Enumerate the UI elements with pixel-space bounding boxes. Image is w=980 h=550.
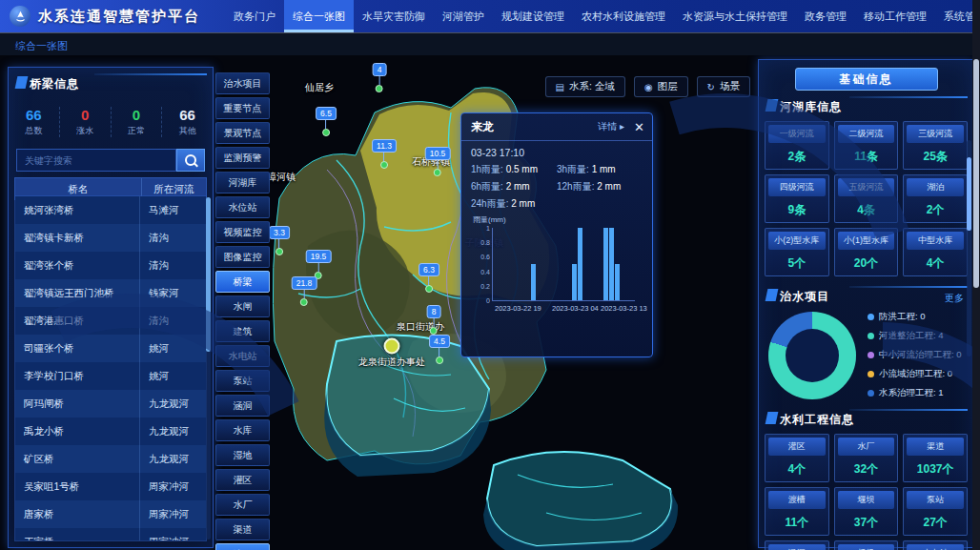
map-control-icon: ◉ <box>644 82 653 92</box>
rain-bar <box>531 264 536 300</box>
eng-cell-1: 灌区4个 <box>765 434 829 482</box>
river-cell-5: 五级河流4条 <box>834 174 899 223</box>
layer-item-6[interactable]: 水位站 <box>215 196 270 218</box>
layer-item-10[interactable]: 水闸 <box>215 295 270 317</box>
station-marker[interactable]: 10.5 <box>425 147 451 176</box>
eng-cell-3: 渠道1037个 <box>903 434 968 482</box>
table-row[interactable]: 矿区桥九龙观河 <box>15 445 206 473</box>
legend-item-3: 中小河流治理工程: 0 <box>868 349 962 361</box>
layer-item-11[interactable]: 建筑 <box>215 320 270 342</box>
table-row[interactable]: 翟湾镇卡新桥清沟 <box>15 224 206 252</box>
table-row[interactable]: 吴家咀1号桥周家冲河 <box>15 473 206 500</box>
layer-item-14[interactable]: 涵洞 <box>215 395 270 417</box>
y-tick: 0 <box>486 297 490 304</box>
panel-scrollbar[interactable] <box>967 140 971 356</box>
layer-item-19[interactable]: 渠道 <box>215 519 270 540</box>
table-row[interactable]: 唐家桥周家冲河 <box>15 500 206 528</box>
table-row[interactable]: 姚河张湾桥马滩河 <box>15 196 206 224</box>
nav-item-2[interactable]: 综合一张图 <box>284 0 354 32</box>
legend-dot <box>868 352 874 358</box>
station-marker[interactable]: 4.5 <box>429 335 450 364</box>
district-office-icon[interactable] <box>384 338 400 355</box>
table-row[interactable]: 翟湾镇远王西门池桥钱家河 <box>15 279 206 307</box>
nav-item-9[interactable]: 移动工作管理 <box>855 0 935 32</box>
layer-item-16[interactable]: 湿地 <box>215 444 270 466</box>
cell-bridge-name: 姚河张湾桥 <box>15 196 140 224</box>
town-label: 仙居乡 <box>305 81 334 94</box>
table-row[interactable]: 司疆张个桥姚河 <box>15 335 206 362</box>
map-control-1[interactable]: ▤水系: 全域 <box>545 76 625 97</box>
table-row[interactable]: 王家桥周家冲河 <box>15 528 206 541</box>
cell-value: 2个 <box>904 199 967 219</box>
cell-label: 一级河流 <box>768 125 826 143</box>
station-marker[interactable]: 11.3 <box>372 139 397 169</box>
cell-label: 水厂 <box>838 438 895 456</box>
rain-metric-1: 1h雨量: 0.5 mm <box>471 163 557 176</box>
cell-bridge-name: 矿区桥 <box>15 445 140 473</box>
projects-more-link[interactable]: 更多 <box>945 292 964 305</box>
layer-item-1[interactable]: 治水项目 <box>215 72 270 94</box>
map-control-3[interactable]: ↻场景 <box>697 76 750 97</box>
stat-label: 总数 <box>9 125 59 137</box>
map-control-2[interactable]: ◉图层 <box>634 76 688 97</box>
layer-item-20[interactable]: 渡槽 <box>215 543 270 550</box>
map-canvas[interactable]: 仙居乡漳河镇石桥驿镇子陵铺镇泉口街道办龙泉街道办事处 46.511.310.53… <box>270 55 758 550</box>
table-row[interactable]: 翟湾张个桥清沟 <box>15 252 206 279</box>
nav-item-5[interactable]: 规划建设管理 <box>493 0 573 32</box>
page-scrollbar[interactable] <box>972 0 980 550</box>
table-row[interactable]: 禹龙小桥九龙观河 <box>15 418 206 445</box>
breadcrumb[interactable]: 综合一张图 <box>15 40 68 51</box>
cell-value: 9条 <box>766 199 828 219</box>
y-tick: 1 <box>486 225 490 232</box>
nav-item-4[interactable]: 河湖管护 <box>434 0 493 32</box>
marker-stem <box>378 76 379 85</box>
y-tick: 0.8 <box>480 239 490 246</box>
popup-detail-link[interactable]: 详情 ▸ <box>598 120 624 133</box>
basic-info-panel: 基础信息 河湖库信息 一级河流2条二级河流11条三级河流25条四级河流9条五级河… <box>758 59 974 548</box>
stat-value: 66 <box>162 107 213 123</box>
station-marker[interactable]: 6.3 <box>419 263 439 293</box>
table-row[interactable]: 阿玛闸桥九龙观河 <box>15 390 206 418</box>
station-marker[interactable]: 4 <box>373 63 387 92</box>
layer-item-2[interactable]: 重要节点 <box>215 97 270 119</box>
station-marker[interactable]: 3.3 <box>270 226 290 255</box>
marker-value: 8 <box>427 305 441 318</box>
layer-item-15[interactable]: 水库 <box>215 419 270 441</box>
y-tick: 0.2 <box>480 282 490 289</box>
layer-item-9[interactable]: 桥梁 <box>215 271 270 293</box>
popup-timestamp: 03-23 17:10 <box>471 147 643 158</box>
cell-river-name: 清沟 <box>140 224 206 252</box>
station-marker[interactable]: 8 <box>427 305 441 335</box>
layer-item-17[interactable]: 灌区 <box>215 469 270 491</box>
search-button[interactable] <box>176 149 205 172</box>
table-row[interactable]: 李学校门口桥姚河 <box>15 362 206 390</box>
nav-item-8[interactable]: 政务管理 <box>796 0 855 32</box>
layer-item-5[interactable]: 河湖库 <box>215 172 270 194</box>
table-row[interactable]: 翟湾港惠口桥清沟 <box>15 307 206 335</box>
marker-pin-icon <box>430 327 438 335</box>
layer-item-13[interactable]: 泵站 <box>215 370 270 392</box>
cell-river-name: 周家冲河 <box>140 528 206 541</box>
layer-item-12[interactable]: 水电站 <box>215 345 270 367</box>
nav-item-3[interactable]: 水旱灾害防御 <box>354 0 434 32</box>
nav-item-7[interactable]: 水资源与水土保持管理 <box>674 0 796 32</box>
search-input[interactable] <box>16 149 176 172</box>
layer-item-3[interactable]: 景观节点 <box>215 122 270 144</box>
layer-item-7[interactable]: 视频监控 <box>215 221 270 243</box>
station-marker[interactable]: 19.5 <box>306 250 332 279</box>
marker-stem <box>437 160 438 169</box>
basic-info-button[interactable]: 基础信息 <box>795 68 938 91</box>
station-marker[interactable]: 21.8 <box>292 276 317 306</box>
close-icon[interactable]: ✕ <box>634 121 644 133</box>
popup-title: 来龙 <box>471 119 598 135</box>
station-marker[interactable]: 6.5 <box>316 107 337 136</box>
table-scrollbar[interactable] <box>206 197 211 540</box>
layer-item-18[interactable]: 水厂 <box>215 494 270 516</box>
layer-item-4[interactable]: 监测预警 <box>215 147 270 169</box>
layer-item-8[interactable]: 图像监控 <box>215 246 270 268</box>
bridge-stat-2: 0涨水 <box>60 107 112 137</box>
nav-item-6[interactable]: 农村水利设施管理 <box>573 0 674 32</box>
rain-metric-5: 24h雨量: 2 mm <box>471 197 643 211</box>
main-area: 仙居乡漳河镇石桥驿镇子陵铺镇泉口街道办龙泉街道办事处 46.511.310.53… <box>0 55 980 550</box>
nav-item-1[interactable]: 政务门户 <box>225 0 284 32</box>
